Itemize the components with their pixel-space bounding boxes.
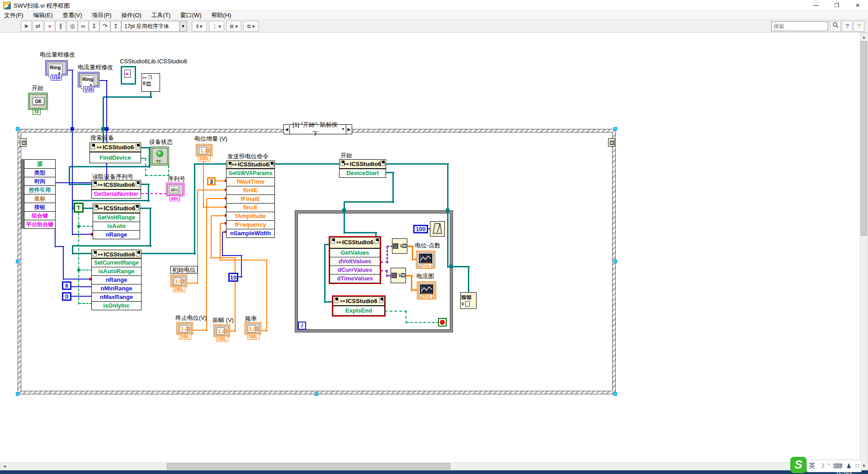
delay-constant[interactable]: 100 [413,225,428,233]
method-row-FindDevice[interactable]: FindDevice [90,152,141,163]
get-values-node[interactable]: ↦ICSStudio6 GetValues dVoltValues dCurrV… [330,237,380,283]
method-row-ExpIsEnd[interactable]: ExpIsEnd [333,306,384,315]
param-row-fInitE[interactable]: fInitE [226,186,274,194]
dotnet-to-array-icon-1[interactable]: ↴ [392,238,407,254]
minimize-button[interactable]: — [806,0,826,11]
scroll-up-icon[interactable]: ▲ [861,33,867,41]
event-data-item[interactable]: 平台组合键 [24,220,55,228]
reorder-dropdown[interactable]: ⧉ ▾ [243,21,259,32]
true-constant[interactable]: T [74,203,84,213]
event-data-item[interactable]: 时间 [24,177,55,185]
grid-icon[interactable]: ∷ [855,462,859,469]
method-row-GetValues[interactable]: GetValues [330,248,380,257]
set-current-range-node[interactable]: ↦ICSStudio6 SetCurrentRange isAutoRange … [91,250,142,310]
v-scrollbar[interactable]: ▲ ▼ [860,33,868,470]
init-pot-dbl-terminal[interactable]: 1.23 [170,275,187,287]
get-serial-node[interactable]: ↦ICSStudio6 GetSerialNumber [91,180,141,199]
pot-graph-terminal[interactable]: SGL [416,251,435,269]
find-device-node[interactable]: ↦ICSStudio6 FindDevice [90,142,141,163]
set-swva-params-node[interactable]: ↦ICSStudio6 SetSWVAParams fWaitTime fIni… [226,161,275,238]
wait-time-constant[interactable]: 3 [207,177,216,185]
event-data-item[interactable]: 源 [24,160,55,168]
sample-width-constant[interactable]: 10 [228,273,238,282]
method-row-GetSerialNumber[interactable]: GetSerialNumber [92,190,141,198]
h-scrollbar[interactable]: ◄ ► [0,462,860,470]
constructor-node[interactable]: ↦ ❒ 0 [142,73,160,92]
wait-ms-metronome-icon[interactable] [430,221,445,237]
menu-help[interactable]: 帮助(H) [207,11,235,20]
param-row-fFrequency[interactable]: fFrequency [226,220,274,229]
event-selector[interactable]: ◀ [1] "开始": 鼠标按下 ▼ ▶ [283,124,352,134]
param-row-fFinalE[interactable]: fFinalE [226,194,274,203]
class-constant-icon[interactable]: ➨ [121,66,136,85]
amplitude-dbl-terminal[interactable]: 1.23 [213,324,230,337]
method-row-DeviceStart[interactable]: DeviceStart [340,169,386,177]
param-row-nRange[interactable]: nRange [92,275,141,284]
exp-is-end-node[interactable]: ↦ICSStudio6 ExpIsEnd [333,296,385,316]
chevron-down-icon[interactable]: ▼ [179,21,187,31]
step-out-icon[interactable]: ↥ [110,21,121,32]
param-row-dTimeValues[interactable]: dTimeValues [330,274,380,283]
block-diagram[interactable]: ◀ [1] "开始": 鼠标按下 ▼ ▶ 源 类型 时间 控件引用 坐标 按钮 … [0,33,860,462]
menu-edit[interactable]: 编辑(E) [29,11,57,20]
method-row-SetCurrentRange[interactable]: SetCurrentRange [92,258,141,267]
param-row-fWaitTime[interactable]: fWaitTime [226,177,274,186]
event-data-item[interactable]: 控件引用 [24,185,55,194]
run-continuous-icon[interactable]: ⇄ [33,21,43,32]
final-pot-dbl-terminal[interactable]: 1.23 [176,322,193,335]
resize-objects-dropdown[interactable]: ⊞ ▾ [226,21,241,32]
search-input[interactable] [771,21,828,31]
help-icon[interactable]: ? [842,21,853,32]
param-row-isAutoRange[interactable]: isAutoRange [92,267,141,275]
param-row-dCurrValues[interactable]: dCurrValues [330,265,380,274]
param-row-nRange[interactable]: nRange [93,230,140,239]
prev-case-icon[interactable]: ◀ [284,125,290,134]
serial-string-indicator[interactable]: abc [166,183,184,196]
method-row-SetSWVAParams[interactable]: SetSWVAParams [226,169,274,177]
search-icon[interactable] [830,21,841,32]
dotnet-to-array-icon-2[interactable]: ↴ [391,268,406,283]
param-row-dVoltValues[interactable]: dVoltValues [330,257,380,265]
param-row-nSampleWidth[interactable]: nSampleWidth [226,229,274,237]
loop-iteration-terminal[interactable]: i [298,322,306,330]
distribute-objects-dropdown[interactable]: ⋮ ▾ [209,21,224,32]
param-row-isAuto[interactable]: isAuto [93,222,140,230]
person-icon[interactable]: ♟ [846,462,852,469]
loop-stop-terminal[interactable] [438,318,447,327]
abort-icon[interactable]: ● [44,21,55,32]
min-range-constant[interactable]: 6 [62,281,71,290]
step-over-icon[interactable]: ↷ [99,21,110,32]
punctuation-icon[interactable]: ’ [828,462,830,469]
param-row-isOnlyInc[interactable]: isOnlyInc [92,301,141,310]
menu-tools[interactable]: 工具(T) [147,11,175,20]
method-row-SetVoltRange[interactable]: SetVoltRange [93,213,140,222]
align-objects-dropdown[interactable]: ⫴ ▾ [192,21,207,32]
param-row-nMaxRange[interactable]: nMaxRange [92,293,141,301]
menu-view[interactable]: 查看(V) [58,11,86,20]
keyboard-icon[interactable]: ⌨ [833,462,842,469]
cur-range-ring-terminal[interactable]: Ring▼ [78,72,99,87]
close-button[interactable]: ✕ [847,0,868,11]
event-data-item[interactable]: 组合键 [24,211,55,220]
restore-button[interactable]: ❐ [826,0,847,11]
menu-project[interactable]: 项目(P) [88,11,115,20]
menu-file[interactable]: 文件(F) [0,11,28,20]
start-ok-button-terminal[interactable]: OK [28,93,48,110]
event-data-item[interactable]: 坐标 [24,194,55,203]
scroll-down-icon[interactable]: ▼ [861,462,867,469]
font-selector[interactable]: 17pt 应用程序字体 ▼ [121,21,187,32]
pot-increment-dbl-terminal[interactable]: 1.23 [196,144,212,156]
step-into-icon[interactable]: ↧ [89,21,99,32]
param-row-nMinRange[interactable]: nMinRange [92,284,141,293]
pot-range-ring-terminal[interactable]: Ring▼ [45,60,68,76]
h-scroll-thumb[interactable] [167,463,450,469]
pause-icon[interactable]: ∥ [55,21,66,32]
set-volt-range-node[interactable]: ↦ICSStudio6 SetVoltRange isAuto nRange [93,204,140,239]
sogou-logo-icon[interactable]: S [790,457,807,473]
ime-language-toggle[interactable]: 英 [809,462,815,470]
v-scroll-thumb[interactable] [861,41,867,236]
event-data-item[interactable]: 类型 [24,168,55,177]
param-row-fIncE[interactable]: fIncE [226,203,274,212]
retain-wire-values-icon[interactable]: ∞ [78,21,89,32]
highlight-execution-icon[interactable]: ◎ [67,21,78,32]
